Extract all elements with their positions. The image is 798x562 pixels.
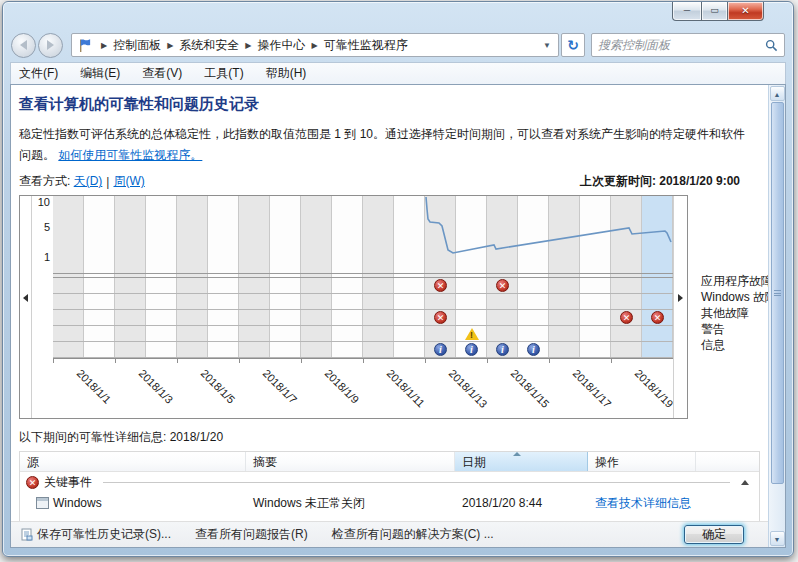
chart-plot: ! 2018/1/12018/1/32018/1/52018/1/72018/1… [53,196,673,418]
warning-icon: ! [465,328,479,340]
x-axis-tick [301,359,302,363]
breadcrumb-system-security[interactable]: 系统和安全 [179,37,239,54]
breadcrumb-separator: ▶ [95,41,113,50]
x-axis-tick [425,359,426,363]
column-header-date-label: 日期 [462,455,486,469]
y-tick-label: 10 [38,196,50,208]
close-icon: ✕ [741,5,749,16]
scroll-up-icon: ▲ [774,91,781,98]
group-divider-line [103,482,730,483]
column-header-summary[interactable]: 摘要 [246,452,455,471]
scrollbar-grip-icon [774,290,781,296]
column-header-filler [696,452,759,471]
stability-line-svg [53,196,673,274]
action-center-flag-icon [77,38,92,53]
minimize-button[interactable]: ─ [672,2,701,21]
back-icon [20,40,27,50]
search-box[interactable]: 搜索控制面板 [591,33,785,57]
sort-ascending-icon [513,452,521,456]
row-summary: Windows 未正常关闭 [246,495,455,512]
view-by-weeks-link[interactable]: 周(W) [113,173,144,190]
column-header-date[interactable]: 日期 [455,452,588,471]
table-row[interactable]: Windows Windows 未正常关闭 2018/1/20 8:44 查看技… [20,492,759,514]
back-button[interactable] [11,33,36,58]
search-icon [765,39,778,52]
menu-file[interactable]: 文件(F) [19,65,58,82]
scroll-down-icon: ▼ [774,536,781,543]
view-all-reports-link[interactable]: 查看所有问题报告(R) [195,526,308,543]
command-bar: 保存可靠性历史记录(S)... 查看所有问题报告(R) 检查所有问题的解决方案(… [11,521,768,547]
menu-view[interactable]: 查看(V) [142,65,182,82]
check-solutions-link[interactable]: 检查所有问题的解决方案(C) ... [332,526,494,543]
forward-button[interactable] [38,33,63,58]
menu-edit[interactable]: 编辑(E) [80,65,120,82]
close-button[interactable]: ✕ [728,2,764,21]
group-label: 关键事件 [44,474,92,491]
column-header-action[interactable]: 操作 [588,452,696,471]
breadcrumb-separator: ▶ [239,41,257,50]
x-axis-tick [363,359,364,363]
breadcrumb-control-panel[interactable]: 控制面板 [113,37,161,54]
menu-help[interactable]: 帮助(H) [266,65,307,82]
menu-tools[interactable]: 工具(T) [204,65,243,82]
save-history-label: 保存可靠性历史记录(S)... [37,526,171,543]
info-icon [465,343,478,356]
x-axis-tick [239,359,240,363]
chart-category-labels: 应用程序故障Windows 故障其他故障警告信息 [701,273,768,353]
breadcrumb-reliability-monitor[interactable]: 可靠性监视程序 [324,37,408,54]
view-options-row: 查看方式: 天(D) | 周(W) 上次更新时间: 2018/1/20 9:00 [19,173,768,190]
save-history-link[interactable]: 保存可靠性历史记录(S)... [21,526,171,543]
view-by-label: 查看方式: [19,173,70,190]
x-axis-label: 2018/1/17 [571,367,614,410]
chart-y-axis: 1051 [32,196,53,418]
info-icon [527,343,540,356]
x-axis-tick [177,359,178,363]
row-source: Windows [53,496,102,510]
x-axis-label: 2018/1/9 [323,367,362,406]
error-icon [26,476,39,489]
view-by-days-link[interactable]: 天(D) [74,173,103,190]
x-axis-tick [115,359,116,363]
chevron-right-icon [678,294,683,302]
error-icon [434,279,447,292]
column-header-source[interactable]: 源 [20,452,246,471]
maximize-button[interactable]: ▭ [701,2,728,21]
x-axis-label: 2018/1/5 [199,367,238,406]
forward-icon [47,40,54,50]
event-row [53,310,673,326]
x-axis-label: 2018/1/7 [261,367,300,406]
address-dropdown-icon[interactable]: ▼ [538,41,556,50]
refresh-icon: ↻ [567,37,579,53]
event-row [53,278,673,294]
table-header: 源 摘要 日期 操作 [20,452,759,472]
page-title: 查看计算机的可靠性和问题历史记录 [19,95,768,114]
minimize-icon: ─ [684,5,690,15]
breadcrumb[interactable]: ▶ 控制面板 ▶ 系统和安全 ▶ 操作中心 ▶ 可靠性监视程序 ▼ [71,33,559,57]
event-row [53,326,673,342]
windows-app-icon [36,497,49,509]
last-updated-label: 上次更新时间: 2018/1/20 9:00 [580,173,768,190]
error-icon [651,311,664,324]
critical-events-group-row[interactable]: 关键事件 [20,472,759,492]
view-separator: | [102,175,113,189]
search-input[interactable]: 搜索控制面板 [598,37,765,54]
breadcrumb-action-center[interactable]: 操作中心 [257,37,305,54]
x-axis-tick [53,359,54,363]
chart-scroll-right[interactable] [673,196,687,418]
ok-button[interactable]: 确定 [684,525,744,544]
y-tick-label: 1 [44,251,50,263]
chart-scroll-left[interactable] [20,196,32,418]
collapse-chevron-icon[interactable] [741,480,749,485]
scroll-up-button[interactable]: ▲ [770,86,785,101]
intro-text: 稳定性指数可评估系统的总体稳定性，此指数的取值范围是 1 到 10。通过选择特定… [19,124,768,166]
chevron-left-icon [23,294,28,302]
info-icon [434,343,447,356]
scrollbar-thumb[interactable] [771,102,784,484]
window-controls: ─ ▭ ✕ [672,2,764,21]
scroll-down-button[interactable]: ▼ [770,531,785,546]
error-icon [620,311,633,324]
vertical-scrollbar[interactable]: ▲ ▼ [768,85,785,547]
view-technical-details-link[interactable]: 查看技术详细信息 [595,496,691,510]
refresh-button[interactable]: ↻ [561,33,585,57]
how-to-use-link[interactable]: 如何使用可靠性监视程序。 [58,148,202,162]
